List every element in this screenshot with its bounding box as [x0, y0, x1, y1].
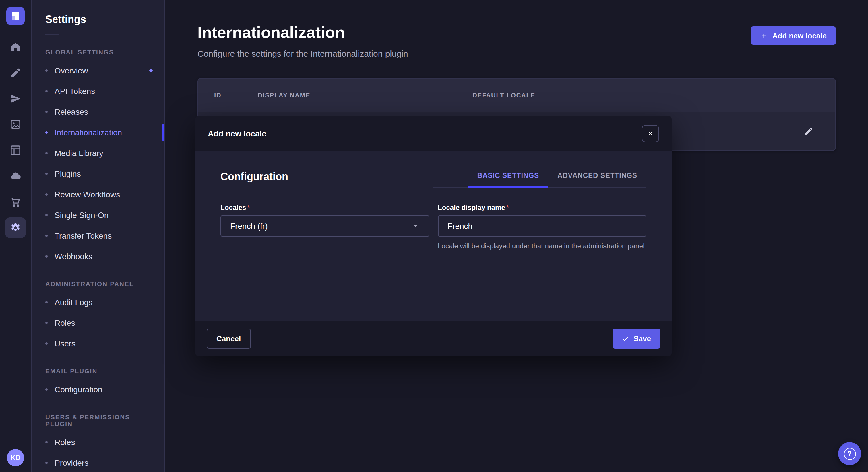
- sidebar-item-internationalization[interactable]: Internationalization: [32, 122, 164, 143]
- settings-tabs: BASIC SETTINGS ADVANCED SETTINGS: [434, 171, 646, 188]
- settings-gear-icon[interactable]: [5, 217, 26, 238]
- subnav-section: ADMINISTRATION PANELAudit LogsRolesUsers: [32, 280, 164, 354]
- rail-icon-nav: [5, 37, 26, 238]
- locales-field: Locales* French (fr): [220, 204, 429, 251]
- add-new-locale-label: Add new locale: [772, 31, 827, 40]
- sidebar-item-overview[interactable]: Overview: [32, 60, 164, 81]
- chevron-down-icon: [411, 222, 420, 230]
- marketplace-cart-icon[interactable]: [5, 192, 26, 212]
- sidebar-item-configuration[interactable]: Configuration: [32, 379, 164, 400]
- sidebar-item-label: Audit Logs: [55, 298, 92, 307]
- sidebar-item-single-sign-on[interactable]: Single Sign-On: [32, 205, 164, 225]
- releases-icon[interactable]: [5, 88, 26, 109]
- bullet-icon: [45, 388, 48, 391]
- modal-body: Configuration BASIC SETTINGS ADVANCED SE…: [195, 151, 672, 321]
- bullet-icon: [45, 111, 48, 113]
- locales-select[interactable]: French (fr): [220, 215, 429, 237]
- notification-dot: [149, 69, 153, 72]
- sidebar-item-label: Review Workflows: [55, 190, 120, 199]
- check-icon: [621, 335, 629, 342]
- sidebar-item-label: Media Library: [55, 148, 103, 158]
- sidebar-item-webhooks[interactable]: Webhooks: [32, 246, 164, 267]
- subnav-section-label: GLOBAL SETTINGS: [45, 49, 150, 56]
- sidebar-item-audit-logs[interactable]: Audit Logs: [32, 292, 164, 312]
- plus-icon: [761, 32, 768, 39]
- display-name-input[interactable]: [447, 222, 637, 231]
- display-name-field: Locale display name* Locale will be disp…: [438, 204, 646, 251]
- tab-advanced-settings[interactable]: ADVANCED SETTINGS: [548, 171, 646, 188]
- add-new-locale-button[interactable]: Add new locale: [751, 26, 836, 45]
- bullet-icon: [45, 235, 48, 237]
- sidebar-item-label: Internationalization: [55, 128, 122, 137]
- main-nav-rail: KD: [0, 0, 32, 472]
- sidebar-item-review-workflows[interactable]: Review Workflows: [32, 184, 164, 205]
- home-icon[interactable]: [5, 37, 26, 57]
- subnav-section: EMAIL PLUGINConfiguration: [32, 368, 164, 400]
- sidebar-item-label: API Tokens: [55, 87, 95, 96]
- media-library-icon[interactable]: [5, 114, 26, 135]
- subnav-section: USERS & PERMISSIONS PLUGINRolesProviders: [32, 413, 164, 472]
- sidebar-item-label: Roles: [55, 438, 75, 447]
- save-button-label: Save: [633, 334, 651, 343]
- bullet-icon: [45, 131, 48, 134]
- avatar[interactable]: KD: [7, 449, 24, 466]
- bullet-icon: [45, 342, 48, 345]
- display-name-label: Locale display name*: [438, 204, 646, 212]
- active-indicator: [162, 124, 164, 141]
- subnav-section-label: EMAIL PLUGIN: [45, 368, 150, 374]
- bullet-icon: [45, 214, 48, 216]
- sidebar-item-providers[interactable]: Providers: [32, 452, 164, 472]
- question-mark-icon: ?: [844, 448, 856, 460]
- sidebar-item-label: Releases: [55, 107, 88, 116]
- sidebar-item-label: Users: [55, 339, 75, 348]
- locales-label: Locales*: [220, 204, 429, 212]
- sidebar-item-label: Configuration: [55, 385, 102, 394]
- sidebar-item-roles[interactable]: Roles: [32, 312, 164, 333]
- sidebar-item-label: Webhooks: [55, 252, 92, 261]
- page-subtitle: Configure the settings for the Internati…: [197, 49, 408, 59]
- bullet-icon: [45, 441, 48, 443]
- content-manager-icon[interactable]: [5, 63, 26, 83]
- content-type-builder-icon[interactable]: [5, 140, 26, 161]
- help-button[interactable]: ?: [838, 442, 861, 465]
- subnav-section-label: ADMINISTRATION PANEL: [45, 280, 150, 287]
- page-header: Internationalization Configure the setti…: [197, 24, 836, 59]
- close-modal-button[interactable]: [642, 125, 659, 142]
- sidebar-item-roles[interactable]: Roles: [32, 432, 164, 452]
- save-button[interactable]: Save: [612, 329, 660, 349]
- modal-header: Add new locale: [195, 116, 672, 151]
- sidebar-item-label: Transfer Tokens: [55, 231, 112, 240]
- strapi-logo[interactable]: [6, 7, 25, 25]
- required-asterisk: *: [247, 204, 250, 212]
- subnav-section: GLOBAL SETTINGSOverviewAPI TokensRelease…: [32, 49, 164, 267]
- subnav-sections: GLOBAL SETTINGSOverviewAPI TokensRelease…: [32, 49, 164, 472]
- bullet-icon: [45, 193, 48, 196]
- settings-sidebar: Settings GLOBAL SETTINGSOverviewAPI Toke…: [32, 0, 165, 472]
- sidebar-item-api-tokens[interactable]: API Tokens: [32, 81, 164, 102]
- bullet-icon: [45, 462, 48, 464]
- column-header-default-locale: DEFAULT LOCALE: [472, 92, 817, 99]
- bullet-icon: [45, 301, 48, 303]
- sidebar-item-media-library[interactable]: Media Library: [32, 143, 164, 164]
- table-header-row: ID DISPLAY NAME DEFAULT LOCALE: [198, 78, 835, 112]
- cancel-button[interactable]: Cancel: [207, 329, 251, 349]
- column-header-id: ID: [214, 92, 258, 99]
- bullet-icon: [45, 152, 48, 154]
- edit-locale-button[interactable]: [801, 123, 817, 139]
- modal-head-row: Configuration BASIC SETTINGS ADVANCED SE…: [220, 171, 646, 188]
- tab-basic-settings[interactable]: BASIC SETTINGS: [468, 171, 548, 188]
- locales-select-value: French (fr): [230, 222, 268, 231]
- sidebar-item-transfer-tokens[interactable]: Transfer Tokens: [32, 225, 164, 246]
- deploy-cloud-icon[interactable]: [5, 166, 26, 187]
- sidebar-item-users[interactable]: Users: [32, 333, 164, 354]
- configuration-heading: Configuration: [220, 171, 288, 183]
- sidebar-item-releases[interactable]: Releases: [32, 102, 164, 122]
- sidebar-item-label: Single Sign-On: [55, 210, 108, 220]
- bullet-icon: [45, 173, 48, 175]
- app-window: KD Settings GLOBAL SETTINGSOverviewAPI T…: [0, 0, 868, 472]
- bullet-icon: [45, 255, 48, 258]
- strapi-logo-icon: [6, 7, 25, 25]
- sidebar-divider: [45, 34, 59, 35]
- sidebar-item-plugins[interactable]: Plugins: [32, 164, 164, 184]
- page-title: Internationalization: [197, 24, 408, 42]
